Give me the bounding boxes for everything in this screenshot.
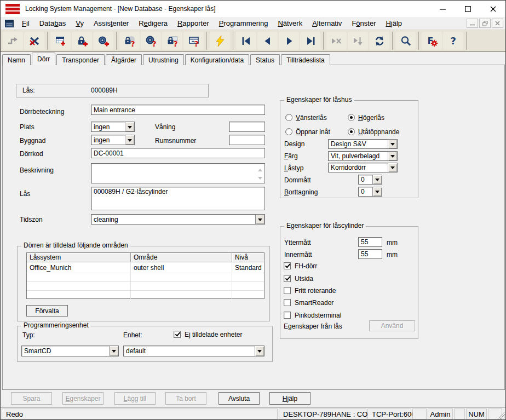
scroll-down-icon[interactable] [258,177,262,182]
new-locking-system-icon[interactable] [50,32,71,50]
mdi-minimize-button[interactable] [467,19,478,28]
free-rotating-checkbox[interactable]: Fritt roterande [284,286,336,295]
radio-right-lock[interactable]: Högerlås [348,113,384,122]
smartreader-checkbox[interactable]: SmartReader [284,298,334,307]
radio-opens-inward[interactable]: Öppnar inåt [285,128,330,136]
first-record-icon[interactable] [236,32,256,50]
menu-programmering[interactable]: Programmering [214,18,273,28]
minimize-button[interactable] [430,1,455,17]
checkbox-icon [284,287,291,294]
timezone-combo[interactable]: cleaning [91,214,265,225]
outer-dim-unit: mm [387,239,398,246]
login-icon[interactable] [3,32,23,50]
svg-text:?: ? [152,39,156,47]
logout-icon[interactable] [24,32,44,50]
door-code-input[interactable] [91,148,265,158]
lock-field-textarea[interactable]: 000089H / G2-låscylinder [91,187,265,210]
outside-checkbox[interactable]: Utsida [284,274,313,283]
tab-tilltradeslista[interactable]: Tillträdeslista [281,54,330,65]
radio-left-lock[interactable]: Vänsterlås [285,113,327,122]
programming-type-combo[interactable]: SmartCD [21,346,119,356]
tab-dorr[interactable]: Dörr [32,53,55,65]
menu-alternativ[interactable]: Alternativ [307,18,347,28]
help-button[interactable]: Hjälp [269,392,311,405]
outer-dim-input[interactable] [358,237,382,247]
maximize-button[interactable] [455,1,480,17]
menu-vy[interactable]: Vy [71,18,89,28]
menu-fil[interactable]: Fil [17,18,34,28]
help-icon[interactable]: ? [443,32,463,50]
manage-button[interactable]: Förvalta [26,305,68,317]
tab-konfiguration-data[interactable]: Konfiguration/data [185,54,249,65]
color-combo[interactable]: Vit, pulverbelagd [328,151,398,161]
remove-button[interactable]: Ta bort [165,392,206,405]
column-header-omrade[interactable]: Område [131,253,232,262]
read-g1-lock-icon[interactable]: ? [162,32,182,50]
new-transponder-icon[interactable] [93,32,113,50]
tab-status[interactable]: Status [250,54,280,65]
column-header-lassystem[interactable]: Låssystem [27,253,131,262]
radio-opens-outward[interactable]: Utåtöppnande [348,128,399,136]
inner-dim-input[interactable] [358,249,382,259]
mdi-close-button[interactable] [492,19,503,28]
lock-type-combo[interactable]: Korridordörr [328,163,398,172]
apply-button[interactable]: Använd [369,320,415,331]
refresh-icon[interactable] [369,32,389,50]
fh-door-checkbox[interactable]: FH-dörr [284,262,317,270]
floor-input[interactable] [229,122,265,132]
menu-redigera[interactable]: Redigera [134,18,173,28]
save-button[interactable]: Spara [11,392,52,405]
jump-record-icon[interactable] [348,32,368,50]
outside-label: Utsida [295,275,313,283]
previous-record-icon[interactable] [257,32,278,50]
column-header-niva[interactable]: Nivå [232,253,264,262]
new-lock-icon[interactable] [72,32,92,50]
svg-text:?: ? [450,35,456,47]
pincode-terminal-checkbox[interactable]: Pinkodsterminal [284,311,341,319]
removal-label: Borttagning [284,188,318,196]
removal-combo[interactable]: 0 [358,187,382,197]
read-lock-icon[interactable]: ? [119,32,140,50]
menu-databas[interactable]: Databas [34,18,71,28]
areas-table-header: Låssystem Område Nivå [27,253,264,262]
tab-namn[interactable]: Namn [2,54,31,65]
program-icon[interactable] [210,32,230,50]
dome-combo[interactable]: 0 [358,175,382,185]
programming-device-combo[interactable]: default [123,346,264,356]
exit-button[interactable]: Avsluta [219,392,260,405]
free-rotating-label: Fritt roterande [295,287,336,295]
add-button[interactable]: Lägg till [114,392,156,405]
last-record-icon[interactable] [300,32,320,50]
design-combo[interactable]: Design S&V [328,139,398,149]
menu-hjalp[interactable]: Hjälp [381,18,407,28]
tab-transponder[interactable]: Transponder [56,54,105,65]
close-button[interactable] [480,1,505,17]
properties-button[interactable]: Egenskaper [62,392,104,405]
filter-settings-icon[interactable]: F [422,32,442,50]
read-network-icon[interactable]: ? [183,32,204,50]
place-combo[interactable]: ingen [91,122,135,132]
tab-atgarder[interactable]: Åtgärder [106,54,142,65]
window-title: Locking System Management - [New Databas… [25,5,216,13]
mdi-restore-button[interactable] [479,19,491,28]
table-row[interactable]: Office_Munich outer shell Standard [27,262,264,273]
building-combo[interactable]: ingen [91,135,135,145]
resize-grip[interactable] [497,411,505,419]
menu-fonster[interactable]: Fönster [347,18,381,28]
next-record-icon[interactable] [279,32,299,50]
menu-assistenter[interactable]: Assistenter [89,18,134,28]
menu-rapporter[interactable]: Rapporter [173,18,214,28]
description-textarea[interactable] [91,163,265,183]
unassigned-devices-checkbox[interactable]: Ej tilldelade enheter [174,330,242,338]
tab-utrustning[interactable]: Utrustning [143,54,184,65]
chevron-down-icon [372,187,382,196]
search-icon[interactable] [395,32,416,50]
door-label-input[interactable] [91,105,265,115]
scroll-up-icon[interactable] [258,166,262,171]
read-transponder-icon[interactable]: ? [141,32,161,50]
menu-natverk[interactable]: Nätverk [273,18,307,28]
skip-record-icon[interactable] [326,32,347,50]
chevron-down-icon [125,122,134,131]
room-input[interactable] [229,135,265,145]
svg-text:?: ? [194,39,198,47]
